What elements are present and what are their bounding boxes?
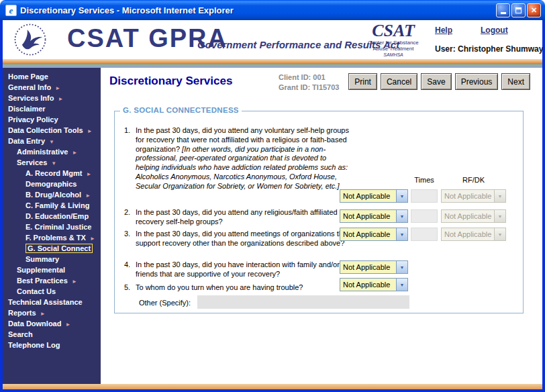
sidebar-item-label: E. Criminal Justice <box>26 223 91 231</box>
sidebar-item-label: Administrative <box>17 148 68 156</box>
sidebar-item[interactable]: Privacy Policy <box>3 115 101 126</box>
chevron-down-icon: ▼ <box>396 210 407 222</box>
maximize-button[interactable] <box>511 3 526 17</box>
sidebar-item[interactable]: Reports ► <box>3 308 101 319</box>
sidebar-item-label: F. Problems & TX <box>26 234 86 242</box>
times-column-header: Times <box>411 176 438 184</box>
toolbar-button[interactable]: Previous <box>455 73 499 90</box>
samhsa-label: SAMHSA <box>362 52 424 58</box>
csat-logo: CSAT Center for Substance Abuse Treatmen… <box>362 22 424 58</box>
sidebar-item[interactable]: D. Education/Emp <box>3 211 101 222</box>
sidebar-item[interactable]: Search <box>3 330 101 340</box>
toolbar: Print Cancel Save Previous Next <box>345 73 530 90</box>
sidebar-item[interactable]: Technical Assistance <box>3 297 101 308</box>
page-title: Discretionary Services <box>109 75 232 88</box>
hhs-eagle-logo-icon <box>12 22 48 60</box>
sidebar-item[interactable]: Data Download ► <box>3 319 101 330</box>
chevron-down-icon: ▼ <box>396 261 407 273</box>
toolbar-button[interactable]: Cancel <box>381 73 417 90</box>
sidebar-item[interactable]: Best Practices ► <box>3 276 101 287</box>
question-3-rfdk-select: Not Applicable ▼ <box>441 228 506 241</box>
question-2-text: In the past 30 days, did you attend any … <box>136 208 349 227</box>
question-5: 5. To whom do you turn when you are havi… <box>124 283 351 293</box>
submenu-arrow-icon: ► <box>90 236 95 242</box>
app-header: CSAT GPRA Government Performance and Res… <box>3 20 542 59</box>
sidebar-item[interactable]: General Info ► <box>3 83 101 93</box>
sidebar-item-label: A. Record Mgmt <box>26 169 82 177</box>
sidebar-item-label: C. Family & Living <box>26 201 89 209</box>
content-area: Home Page General Info ► Services Info ► <box>3 68 542 384</box>
question-1-select[interactable]: Not Applicable ▼ <box>340 189 408 203</box>
sidebar-item-label: G. Social Connect <box>26 244 93 253</box>
sidebar-item[interactable]: E. Criminal Justice <box>3 222 101 233</box>
sidebar-item-label: Data Download <box>8 320 61 328</box>
sidebar-item[interactable]: B. Drug/Alcohol ► <box>3 190 101 201</box>
question-number: 4. <box>124 260 134 270</box>
sidebar-item[interactable]: F. Problems & TX ► <box>3 233 101 244</box>
sidebar-item-label: General Info <box>8 83 51 91</box>
chevron-down-icon: ▼ <box>396 279 407 291</box>
logout-link[interactable]: Logout <box>481 26 508 35</box>
sidebar-item[interactable]: Data Entry ▼ <box>3 136 101 147</box>
sidebar-item-label: Telephone Log <box>8 341 60 349</box>
maximize-icon <box>515 7 522 13</box>
sidebar-item[interactable]: Disclaimer <box>3 104 101 115</box>
question-2-select[interactable]: Not Applicable ▼ <box>340 209 408 223</box>
submenu-arrow-icon: ▼ <box>51 160 56 166</box>
submenu-arrow-icon: ► <box>72 150 77 156</box>
minimize-icon <box>501 12 506 14</box>
record-ids: Client ID: 001 Grant ID: TI15703 <box>279 72 339 93</box>
sidebar-item[interactable]: Contact Us <box>3 287 101 297</box>
sidebar-item[interactable]: Telephone Log <box>3 340 101 351</box>
question-3-text: In the past 30 days, did you attend meet… <box>136 230 349 248</box>
sidebar-item-label: D. Education/Emp <box>26 212 89 220</box>
question-4-text: In the past 30 days, did you have intera… <box>136 260 349 279</box>
sidebar-item-label: B. Drug/Alcohol <box>26 191 81 199</box>
toolbar-button[interactable]: Next <box>501 73 530 90</box>
help-link[interactable]: Help <box>435 26 452 35</box>
toolbar-button[interactable]: Print <box>348 73 377 90</box>
sidebar-item[interactable]: Summary <box>3 254 101 265</box>
question-3: 3. In the past 30 days, did you attend m… <box>124 230 351 248</box>
sidebar-item-label: Best Practices <box>17 277 68 285</box>
question-number: 5. <box>124 283 134 293</box>
toolbar-button[interactable]: Save <box>421 73 451 90</box>
sidebar-item-label: Summary <box>26 255 59 263</box>
question-3-select[interactable]: Not Applicable ▼ <box>340 228 408 241</box>
sidebar-item-label: Data Collection Tools <box>8 126 83 134</box>
sidebar-item[interactable]: Supplemental <box>3 265 101 276</box>
grant-id: Grant ID: TI15703 <box>279 83 339 93</box>
question-4-select[interactable]: Not Applicable ▼ <box>340 260 408 274</box>
logged-in-user: User: Christopher Shumway <box>435 44 543 54</box>
sidebar-item-label: Contact Us <box>17 287 56 295</box>
sidebar-item[interactable]: Home Page <box>3 72 101 83</box>
sidebar-item[interactable]: G. Social Connect <box>3 244 101 254</box>
sidebar-item-label: Data Entry <box>8 137 45 145</box>
close-button[interactable]: ✕ <box>527 3 541 17</box>
question-1-rfdk-select: Not Applicable ▼ <box>441 189 506 203</box>
rfdk-column-header: RF/DK <box>441 176 506 184</box>
sidebar-item-label: Technical Assistance <box>8 298 83 306</box>
sidebar-item[interactable]: C. Family & Living <box>3 201 101 211</box>
sidebar-nav: Home Page General Info ► Services Info ► <box>3 68 101 384</box>
minimize-button[interactable] <box>496 3 510 17</box>
submenu-arrow-icon: ► <box>72 279 77 285</box>
sidebar-item[interactable]: A. Record Mgmt ► <box>3 168 101 179</box>
sidebar-item[interactable]: Services ▼ <box>3 158 101 168</box>
submenu-arrow-icon: ► <box>55 85 60 91</box>
question-5-select[interactable]: Not Applicable ▼ <box>340 278 408 291</box>
window-title: Discretionary Services - Microsoft Inter… <box>20 5 496 15</box>
csat-logo-line1: Center for Substance <box>362 40 424 46</box>
sidebar-item-label: Disclaimer <box>8 105 46 113</box>
submenu-arrow-icon: ► <box>87 128 93 134</box>
sidebar-item[interactable]: Services Info ► <box>3 93 101 104</box>
submenu-arrow-icon: ► <box>66 322 71 328</box>
window-body: CSAT GPRA Government Performance and Res… <box>0 20 545 392</box>
sidebar-item[interactable]: Data Collection Tools ► <box>3 126 101 136</box>
main-panel: Discretionary Services Client ID: 001 Gr… <box>101 68 542 384</box>
csat-logo-line2: Abuse Treatment <box>362 46 424 52</box>
sidebar-item[interactable]: Administrative ► <box>3 147 101 158</box>
chevron-down-icon: ▼ <box>494 210 505 222</box>
sidebar-item[interactable]: Demographics <box>3 179 101 190</box>
submenu-arrow-icon: ► <box>40 311 46 317</box>
